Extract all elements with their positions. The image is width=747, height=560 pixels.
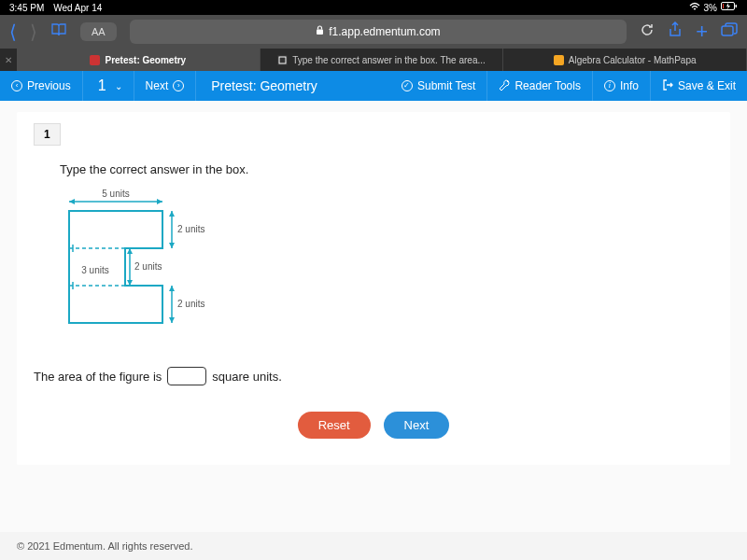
favicon-icon: [90, 55, 100, 65]
submit-label: Submit Test: [417, 79, 475, 92]
browser-tab-1[interactable]: Type the correct answer in the box. The …: [261, 49, 504, 71]
page-title: Pretest: Geometry: [196, 78, 332, 93]
reader-tools-button[interactable]: Reader Tools: [487, 71, 593, 101]
answer-line: The area of the figure is square units.: [34, 367, 713, 385]
question-number-box: 1: [34, 123, 61, 146]
lock-icon: [316, 25, 324, 38]
svg-marker-16: [169, 243, 175, 248]
new-tab-icon[interactable]: +: [696, 20, 708, 44]
reload-icon[interactable]: [640, 22, 655, 41]
wifi-icon: [689, 2, 700, 13]
question-card: 1 Type the correct answer in the box. 5 …: [17, 112, 730, 465]
forward-button[interactable]: ⟩: [30, 21, 37, 43]
previous-button[interactable]: ‹ Previous: [0, 71, 83, 101]
svg-rect-4: [722, 26, 733, 35]
text-size-button[interactable]: AA: [80, 22, 117, 41]
back-button[interactable]: ⟨: [9, 21, 17, 43]
content-area: 1 Type the correct answer in the box. 5 …: [0, 101, 747, 532]
chevron-down-icon: ⌄: [115, 81, 122, 91]
date: Wed Apr 14: [53, 3, 102, 13]
svg-marker-15: [169, 211, 175, 217]
svg-rect-1: [736, 5, 738, 7]
previous-label: Previous: [27, 79, 71, 92]
question-number: 1: [94, 77, 110, 94]
area-input[interactable]: [167, 367, 206, 385]
dim-right-lower: 2 units: [177, 299, 204, 309]
tabs-icon[interactable]: [721, 22, 738, 42]
tab-label: Type the correct answer in the box. The …: [292, 55, 486, 65]
tab-strip: ✕ Pretest: Geometry Type the correct ans…: [0, 49, 747, 71]
dim-mid-h: 3 units: [81, 265, 108, 275]
url-host: f1.app.edmentum.com: [329, 25, 440, 38]
tab-label: Algebra Calculator - MathPapa: [569, 55, 697, 65]
svg-marker-21: [169, 286, 175, 291]
battery-icon: [721, 2, 738, 13]
browser-tab-2[interactable]: Algebra Calculator - MathPapa: [503, 49, 747, 71]
exit-icon: [662, 79, 673, 93]
footer: © 2021 Edmentum. All rights reserved.: [0, 532, 747, 560]
tab-label: Pretest: Geometry: [105, 55, 186, 65]
next-question-button[interactable]: Next: [384, 412, 450, 439]
address-bar[interactable]: f1.app.edmentum.com: [130, 20, 627, 44]
app-toolbar: ‹ Previous 1 ⌄ Next › Pretest: Geometry …: [0, 71, 747, 101]
favicon-icon: [277, 55, 288, 65]
next-button[interactable]: Next ›: [134, 71, 197, 101]
share-icon[interactable]: [668, 21, 683, 43]
svg-marker-9: [157, 199, 162, 204]
svg-marker-22: [169, 317, 175, 323]
reader-label: Reader Tools: [514, 79, 581, 92]
question-selector[interactable]: 1 ⌄: [83, 71, 134, 101]
battery-pct: 3%: [704, 3, 717, 13]
answer-prefix: The area of the figure is: [34, 370, 162, 384]
wrench-icon: [499, 79, 510, 93]
info-label: Info: [620, 79, 639, 92]
check-icon: ✓: [402, 80, 413, 91]
save-label: Save & Exit: [678, 79, 736, 92]
info-button[interactable]: i Info: [593, 71, 651, 101]
answer-suffix: square units.: [212, 370, 281, 384]
arrow-right-icon: ›: [173, 80, 184, 91]
clock: 3:45 PM: [9, 3, 44, 13]
arrow-left-icon: ‹: [11, 80, 22, 91]
svg-marker-8: [69, 199, 75, 204]
dim-right-upper: 2 units: [177, 224, 204, 234]
bookmarks-icon[interactable]: [50, 22, 67, 41]
copyright: © 2021 Edmentum. All rights reserved.: [17, 540, 192, 552]
ipad-status-bar: 3:45 PM Wed Apr 14 3%: [0, 0, 747, 15]
svg-rect-2: [723, 4, 724, 8]
dim-top: 5 units: [102, 189, 129, 199]
next-label: Next: [146, 79, 169, 92]
safari-toolbar: ⟨ ⟩ AA f1.app.edmentum.com +: [0, 15, 747, 49]
favicon-icon: [554, 55, 564, 65]
submit-test-button[interactable]: ✓ Submit Test: [390, 71, 487, 101]
dim-mid-v: 2 units: [134, 261, 162, 272]
browser-tab-0[interactable]: Pretest: Geometry: [17, 49, 261, 71]
geometry-figure: 5 units 2 units 2 units: [60, 188, 713, 350]
question-prompt: Type the correct answer in the box.: [60, 162, 713, 176]
close-tab-icon[interactable]: ✕: [0, 49, 17, 71]
button-row: Reset Next: [34, 412, 713, 439]
reset-button[interactable]: Reset: [298, 412, 371, 439]
save-exit-button[interactable]: Save & Exit: [651, 71, 747, 101]
svg-rect-3: [317, 30, 323, 35]
info-icon: i: [604, 80, 615, 91]
